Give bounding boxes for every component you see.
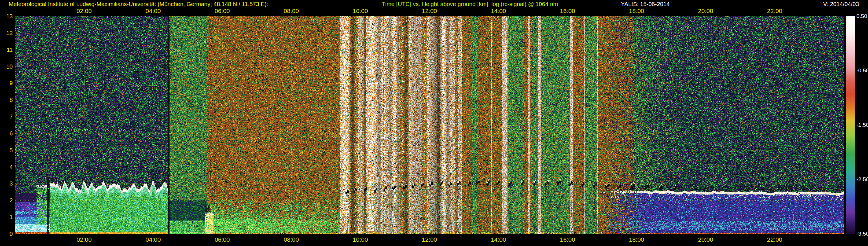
x-tick-label: 12:00 bbox=[422, 236, 437, 243]
x-tick-label: 08:00 bbox=[283, 7, 299, 14]
lidar-quicklook-screen: Meteorological Institute of Ludwig-Maxim… bbox=[0, 0, 868, 246]
x-tick-label: 14:00 bbox=[491, 7, 506, 14]
x-tick-label: 22:00 bbox=[767, 236, 782, 243]
x-tick-label: 20:00 bbox=[698, 7, 713, 14]
y-tick-label: 1 bbox=[1, 214, 13, 220]
y-tick-label: 7 bbox=[1, 114, 13, 120]
x-tick-label: 22:00 bbox=[767, 7, 782, 14]
y-tick-label: 6 bbox=[1, 130, 13, 136]
colorbar-tick-label: -0.50 bbox=[857, 67, 868, 74]
x-tick-label: 18:00 bbox=[629, 236, 644, 243]
colorbar-tick-label: -2.50 bbox=[857, 176, 868, 183]
x-tick-label: 10:00 bbox=[353, 7, 368, 14]
y-tick-label: 5 bbox=[1, 147, 13, 153]
institute-title: Meteorological Institute of Ludwig-Maxim… bbox=[9, 1, 268, 7]
x-tick-label: 20:00 bbox=[698, 236, 713, 243]
colorbar-tick-label: -1.50 bbox=[857, 122, 868, 128]
x-tick-label: 02:00 bbox=[76, 236, 92, 243]
x-tick-label: 06:00 bbox=[215, 7, 230, 14]
x-tick-label: 04:00 bbox=[146, 236, 161, 243]
x-tick-label: 04:00 bbox=[146, 7, 161, 14]
version-label: V: 2014/04/03 bbox=[823, 1, 859, 7]
y-tick-label: 9 bbox=[1, 80, 13, 87]
y-tick-label: 11 bbox=[1, 46, 13, 53]
instrument-date-label: YALIS: 15-06-2014 bbox=[621, 1, 670, 7]
plot-title: Time [UTC] vs. Height above ground [km]:… bbox=[382, 1, 558, 7]
x-tick-label: 16:00 bbox=[560, 236, 575, 243]
colorbar bbox=[846, 16, 855, 234]
y-tick-label: 8 bbox=[1, 97, 13, 103]
x-tick-label: 16:00 bbox=[560, 7, 575, 14]
y-tick-label: 10 bbox=[1, 63, 13, 70]
x-tick-label: 10:00 bbox=[353, 236, 368, 243]
y-tick-label: 3 bbox=[1, 180, 13, 187]
x-tick-label: 06:00 bbox=[215, 236, 230, 243]
colorbar-tick-label: 0.50 bbox=[857, 13, 867, 20]
x-tick-label: 02:00 bbox=[76, 7, 92, 14]
x-tick-label: 18:00 bbox=[629, 7, 644, 14]
y-tick-label: 4 bbox=[1, 163, 13, 170]
x-tick-label: 14:00 bbox=[491, 236, 506, 243]
y-tick-label: 2 bbox=[1, 197, 13, 204]
x-tick-label: 08:00 bbox=[283, 236, 299, 243]
lidar-heatmap bbox=[15, 16, 844, 234]
y-tick-label: 0 bbox=[1, 230, 13, 237]
y-tick-label: 12 bbox=[1, 30, 13, 36]
y-tick-label: 13 bbox=[1, 13, 13, 20]
x-tick-label: 12:00 bbox=[422, 7, 437, 14]
colorbar-tick-label: -3.50 bbox=[857, 230, 868, 237]
